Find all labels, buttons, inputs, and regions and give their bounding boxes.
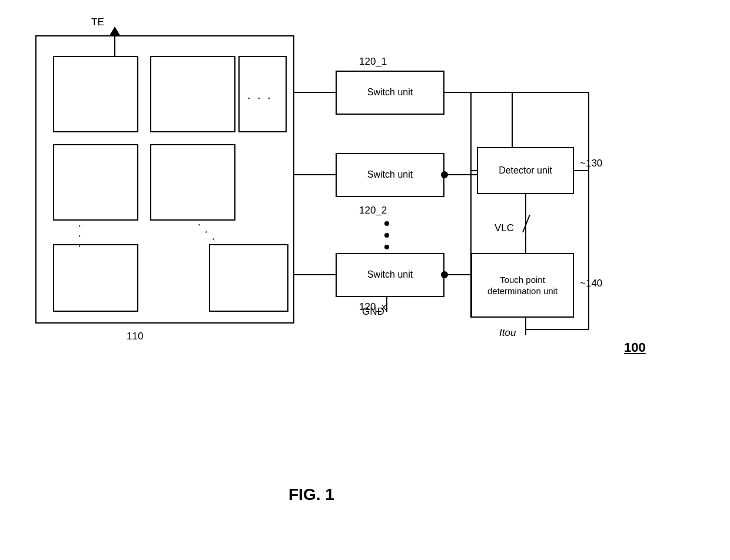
gnd-label: GND [362,306,384,318]
ref-130: ~130 [580,158,602,169]
cell-mid-left [53,144,138,221]
diagram-container: TE . . . . . . . . . Switch unit Switch … [0,0,730,560]
ref-120-1: 120_1 [359,56,387,68]
svg-line-23 [523,215,530,232]
vlc-label: VLC [495,222,514,234]
svg-point-5 [384,221,389,226]
ref-120-2: 120_2 [359,205,387,216]
ref-100: 100 [624,340,646,355]
svg-point-7 [384,245,389,249]
cell-bot-right [209,244,288,312]
itou-label: Itou [499,327,516,339]
dots-top-row: . . . [247,88,273,102]
fig-title: FIG. 1 [288,485,334,504]
cell-mid-mid [150,144,235,221]
touch-point-unit: Touch point determination unit [471,253,574,318]
te-label: TE [91,16,104,28]
svg-point-6 [384,233,389,238]
cell-bot-left [53,244,138,312]
switch-unit-2: Switch unit [336,153,444,197]
ref-140: ~140 [580,278,602,289]
cell-top-left [53,56,138,132]
panel-label-110: 110 [127,331,143,342]
dots-left-col: . . . [76,225,89,250]
cell-top-mid [150,56,235,132]
switch-unit-1: Switch unit [336,71,444,115]
detector-unit: Detector unit [477,147,574,194]
switch-unit-x: Switch unit [336,253,444,297]
